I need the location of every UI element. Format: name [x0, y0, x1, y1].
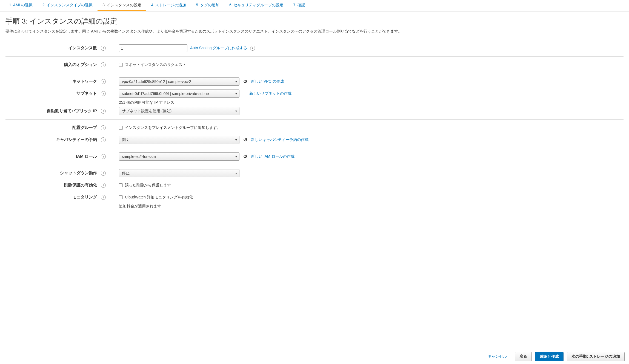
- placement-checkbox[interactable]: [119, 126, 123, 130]
- refresh-icon[interactable]: ↻: [242, 154, 248, 160]
- placement-checkbox-label: インスタンスをプレイスメントグループに追加します。: [125, 125, 221, 130]
- placement-label: 配置グループ: [5, 125, 99, 130]
- wizard-step-2[interactable]: 2. インスタンスタイプの選択: [38, 0, 98, 11]
- delete-protect-label: 削除保護の有効化: [5, 183, 99, 188]
- info-icon[interactable]: i: [101, 46, 106, 51]
- info-icon[interactable]: i: [101, 79, 106, 84]
- info-icon[interactable]: i: [101, 171, 106, 176]
- capacity-label: キャパシティーの予約: [5, 137, 99, 142]
- info-icon[interactable]: i: [101, 91, 106, 96]
- wizard-step-6[interactable]: 6. セキュリティグループの設定: [224, 0, 288, 11]
- wizard-step-1[interactable]: 1. AMI の選択: [4, 0, 38, 11]
- info-icon[interactable]: i: [101, 137, 106, 142]
- wizard-step-4[interactable]: 4. ストレージの追加: [146, 0, 191, 11]
- info-icon[interactable]: i: [101, 109, 106, 114]
- info-icon[interactable]: i: [101, 195, 106, 200]
- info-icon[interactable]: i: [101, 183, 106, 188]
- info-icon[interactable]: i: [101, 125, 106, 130]
- iam-label: IAM ロール: [5, 154, 99, 159]
- publicip-select[interactable]: サブネット設定を使用 (無効): [119, 107, 239, 115]
- monitoring-note[interactable]: 追加料金が適用されます: [5, 204, 624, 209]
- capacity-select[interactable]: 開く: [119, 136, 239, 144]
- publicip-label: 自動割り当てパブリック IP: [5, 108, 99, 114]
- spot-checkbox-label: スポットインスタンスのリクエスト: [125, 62, 186, 67]
- network-label: ネットワーク: [5, 79, 99, 84]
- page-description: 要件に合わせてインスタンスを設定します。同じ AMI からの複数インスタンス作成…: [5, 28, 624, 35]
- monitoring-checkbox[interactable]: [119, 195, 123, 199]
- shutdown-select[interactable]: 停止: [119, 169, 239, 177]
- autoscaling-link[interactable]: Auto Scaling グループに作成する: [190, 46, 247, 51]
- create-iam-link[interactable]: 新しい IAM ロールの作成: [251, 154, 295, 159]
- wizard-nav: 1. AMI の選択 2. インスタンスタイプの選択 3. インスタンスの設定 …: [0, 0, 629, 11]
- purchase-label: 購入のオプション: [5, 62, 99, 67]
- wizard-step-7[interactable]: 7. 確認: [288, 0, 310, 11]
- delete-protect-checkbox-label: 誤った削除から保護します: [125, 183, 171, 188]
- spot-checkbox[interactable]: [119, 63, 123, 67]
- page-title: 手順 3: インスタンスの詳細の設定: [5, 16, 624, 26]
- subnet-select[interactable]: subnet-0d1f7add769b0b09f | sample-privat…: [119, 89, 239, 98]
- refresh-icon[interactable]: ↻: [242, 137, 248, 143]
- network-select[interactable]: vpc-0a21cde929c890e12 | sample-vpc-2: [119, 77, 239, 86]
- wizard-step-3[interactable]: 3. インスタンスの設定: [98, 0, 146, 11]
- create-vpc-link[interactable]: 新しい VPC の作成: [251, 79, 284, 84]
- info-icon[interactable]: i: [101, 62, 106, 67]
- info-icon[interactable]: i: [101, 154, 106, 159]
- delete-protect-checkbox[interactable]: [119, 183, 123, 187]
- instances-label: インスタンス数: [5, 45, 99, 51]
- subnet-label: サブネット: [5, 91, 99, 96]
- iam-select[interactable]: sample-ec2-for-ssm: [119, 152, 239, 161]
- create-subnet-link[interactable]: 新しいサブネットの作成: [249, 91, 291, 96]
- subnet-addresses: 251 個の利用可能な IP アドレス: [5, 100, 624, 105]
- monitoring-label: モニタリング: [5, 195, 99, 200]
- refresh-icon[interactable]: ↻: [242, 79, 248, 85]
- create-capacity-link[interactable]: 新しいキャパシティー予約の作成: [251, 137, 308, 142]
- monitoring-checkbox-label: CloudWatch 詳細モニタリングを有効化: [125, 195, 193, 200]
- instances-input[interactable]: [119, 44, 187, 52]
- wizard-step-5[interactable]: 5. タグの追加: [191, 0, 224, 11]
- shutdown-label: シャットダウン動作: [5, 171, 99, 176]
- info-icon[interactable]: i: [250, 46, 255, 51]
